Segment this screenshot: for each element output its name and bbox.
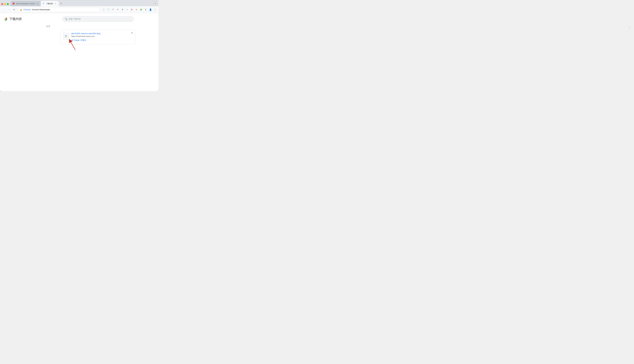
sidebar: 下载内容 [0,13,38,91]
nav-bar: ← → ↻ 🔒 Chrome chrome://downloads ☆ 🛡 🛡 … [0,6,158,13]
extension-icon-1[interactable]: 🛡 [106,8,110,12]
extension-icon-opera[interactable]: O [130,8,134,12]
tab-favicon-java: 🔴 [12,2,15,5]
browser-window: 🔴 Java Downloads | Oracle ✕ ⬇ 下载内容 ✕ + ▾… [0,0,158,91]
reload-button[interactable]: ↻ [12,7,16,12]
extension-icon-2[interactable]: 🛡 [111,8,115,12]
tab-favicon-downloads: ⬇ [43,2,45,5]
chrome-logo-icon [4,17,8,21]
tab-title-java: Java Downloads | Oracle [16,3,35,4]
search-placeholder: 搜索下载内容 [69,18,81,20]
tab-java[interactable]: 🔴 Java Downloads | Oracle ✕ [10,1,40,6]
download-filename[interactable]: jdk-8u391-macosx-aarch64.dmg [71,32,133,34]
content-area: 🔍 搜索下载内容 今天 🗒 jdk-8u391-macosx-aarch64.d… [38,13,158,91]
close-button[interactable] [1,3,3,5]
extension-icon-extensions[interactable]: 🧩 [139,8,143,12]
page-logo: 下载内容 [1,16,36,22]
download-file-icon: 🗒 [63,33,69,40]
forward-button[interactable]: → [6,7,11,12]
tab-scroll-button[interactable]: ▾ [154,1,157,6]
profile-button[interactable]: 👤 [148,8,152,12]
title-bar: 🔴 Java Downloads | Oracle ✕ ⬇ 下载内容 ✕ + ▾ [0,0,158,6]
address-lock-icon: 🔒 [20,8,22,11]
menu-button[interactable]: ⋮ [153,8,157,12]
tab-title-downloads: 下载内容 [46,2,53,5]
maximize-button[interactable] [7,3,9,5]
minimize-button[interactable] [4,3,6,5]
extension-icon-opera2[interactable]: ⊘ [134,8,138,12]
download-info: jdk-8u391-macosx-aarch64.dmg https://dow… [71,32,133,42]
download-card: 🗒 jdk-8u391-macosx-aarch64.dmg https://d… [60,30,136,44]
tab-close-downloads[interactable]: ✕ [54,2,57,5]
address-chrome-label: Chrome [24,8,30,11]
tabs-container: 🔴 Java Downloads | Oracle ✕ ⬇ 下载内容 ✕ + ▾ [10,1,157,6]
main-content: 下载内容 🔍 搜索下载内容 今天 🗒 j [0,13,158,91]
search-bar[interactable]: 🔍 搜索下载内容 [62,16,134,22]
tab-close-java[interactable]: ✕ [36,2,39,5]
address-url: chrome://downloads [32,8,98,11]
plus-icon: + [60,2,62,5]
extension-icon-kaspersky[interactable]: ✱ [120,8,124,12]
section-today-label: 今天 [46,25,152,28]
extension-icon-x[interactable]: ✕ [116,8,120,12]
new-tab-button[interactable]: + [59,1,63,6]
download-close-button[interactable]: ✕ [130,31,134,35]
extension-icon-4[interactable]: ✦ [125,8,129,12]
bookmark-button[interactable]: ☆ [102,8,106,12]
window-controls [1,3,9,5]
nav-actions: ☆ 🛡 🛡 ✕ ✱ ✦ O ⊘ 🧩 ⬇ 👤 ⋮ [102,8,157,12]
search-bar-container: 🔍 搜索下载内容 [44,16,152,22]
page-title: 下载内容 [9,17,22,21]
downloads-button[interactable]: ⬇ [144,8,148,12]
download-source: https://download.oracle.com [71,35,133,38]
svg-point-3 [6,19,6,19]
tab-downloads[interactable]: ⬇ 下载内容 ✕ [41,1,59,6]
search-icon: 🔍 [65,18,68,20]
show-in-finder-link[interactable]: 在 Finder 中显示 [71,39,86,41]
address-bar[interactable]: 🔒 Chrome chrome://downloads [18,7,100,12]
file-icon: 🗒 [64,35,68,38]
back-button[interactable]: ← [1,7,6,12]
